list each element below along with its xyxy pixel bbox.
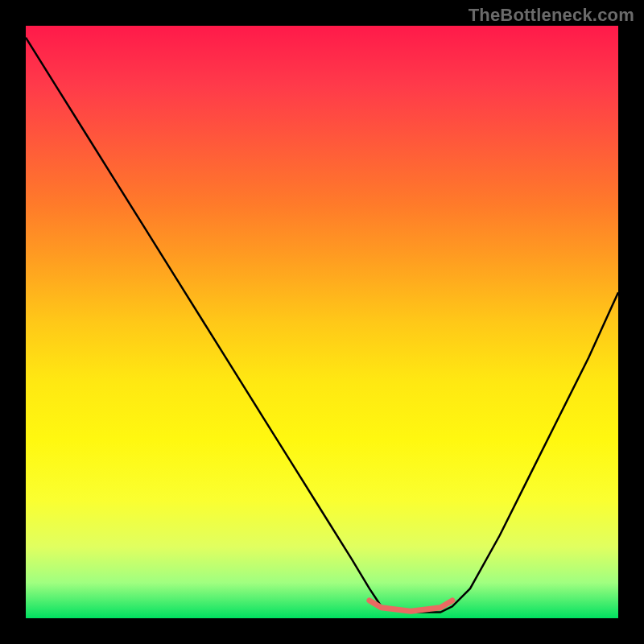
chart-container: TheBottleneck.com: [0, 0, 644, 644]
chart-svg: [26, 26, 618, 618]
plot-area: [26, 26, 618, 618]
watermark: TheBottleneck.com: [469, 5, 634, 26]
bottleneck-curve: [26, 38, 618, 613]
optimal-marker: [369, 601, 452, 611]
